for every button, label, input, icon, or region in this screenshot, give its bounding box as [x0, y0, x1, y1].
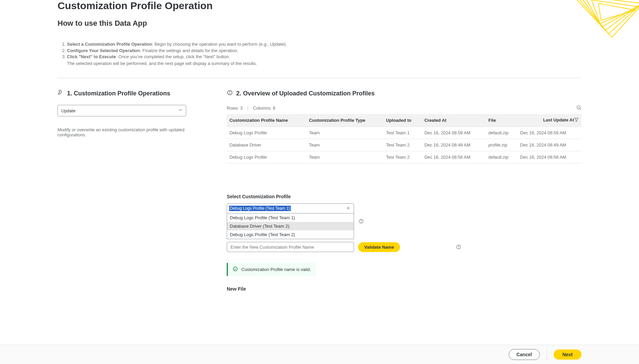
- validation-message: Customization Profile name is valid.: [227, 263, 316, 276]
- svg-point-9: [577, 106, 580, 109]
- filter-icon[interactable]: [574, 117, 579, 123]
- table-row[interactable]: Database Driver Team Test Team 2 Dec 16,…: [227, 139, 581, 151]
- search-icon[interactable]: [576, 105, 581, 111]
- col-name[interactable]: Customization Profile Name: [227, 114, 306, 127]
- validate-name-button[interactable]: Validate Name: [358, 242, 400, 252]
- section2-heading: 2. Overview of Uploaded Customization Pr…: [227, 90, 581, 97]
- instruction-list: Select a Customization Profile Operation…: [58, 41, 581, 66]
- operation-select[interactable]: Update: [58, 105, 186, 116]
- svg-point-17: [459, 248, 459, 248]
- profile-selected-text: Debug Logs Profile (Test Team 1): [229, 206, 291, 211]
- help-icon[interactable]: [358, 218, 364, 224]
- new-profile-name-input[interactable]: [227, 242, 354, 252]
- svg-point-18: [233, 267, 237, 271]
- operation-select-input[interactable]: Update: [58, 105, 186, 116]
- col-created[interactable]: Created At: [422, 114, 486, 127]
- svg-point-15: [361, 222, 361, 223]
- page-subtitle: How to use this Data App: [58, 19, 581, 28]
- wrench-icon: [58, 90, 64, 97]
- col-uploaded[interactable]: Uploaded to: [383, 114, 421, 127]
- profile-option[interactable]: Debug Logs Profile (Test Team 1): [227, 213, 354, 222]
- table-row[interactable]: Debug Logs Profile Team Test Team 1 Dec …: [227, 127, 581, 139]
- clear-icon[interactable]: [345, 206, 352, 211]
- col-updated[interactable]: Last Update At: [517, 114, 581, 127]
- instruction-item: Configure Your Selected Operation: Final…: [67, 48, 581, 54]
- col-file[interactable]: File: [486, 114, 517, 127]
- divider: [58, 78, 581, 78]
- profile-combobox-input[interactable]: Debug Logs Profile (Test Team 1): [227, 203, 354, 213]
- svg-point-8: [229, 91, 230, 92]
- new-file-label: New File: [227, 286, 581, 292]
- profiles-table: Customization Profile Name Customization…: [227, 114, 581, 163]
- section1-heading: 1. Customization Profile Operations: [58, 90, 206, 97]
- page-title: Customization Profile Operation: [58, 0, 581, 12]
- profile-combobox[interactable]: Debug Logs Profile (Test Team 1) Debug L…: [227, 203, 354, 239]
- help-icon[interactable]: [456, 244, 462, 250]
- info-icon: [227, 90, 233, 97]
- instruction-item: Click "Next" to Execute: Once you've com…: [67, 54, 581, 66]
- instruction-item: Select a Customization Profile Operation…: [67, 41, 581, 47]
- profile-dropdown-list: Debug Logs Profile (Test Team 1) Databas…: [227, 213, 354, 239]
- operation-hint: Modify or overwrite an existing customiz…: [58, 127, 206, 137]
- svg-marker-11: [575, 118, 578, 122]
- select-profile-label: Select Customization Profile: [227, 194, 581, 199]
- table-counts: Rows: 3 | Columns: 6: [227, 106, 275, 111]
- svg-line-10: [580, 109, 581, 110]
- col-type[interactable]: Customization Profile Type: [306, 114, 383, 127]
- instruction-tail: The selected operation will be performed…: [67, 60, 581, 67]
- table-row[interactable]: Debug Logs Profile Team Test Team 2 Dec …: [227, 151, 581, 163]
- profile-option[interactable]: Debug Logs Profile (Test Team 2): [227, 230, 354, 239]
- profile-option[interactable]: Database Driver (Test Team 2): [227, 222, 354, 230]
- checkmark-icon: [233, 266, 238, 273]
